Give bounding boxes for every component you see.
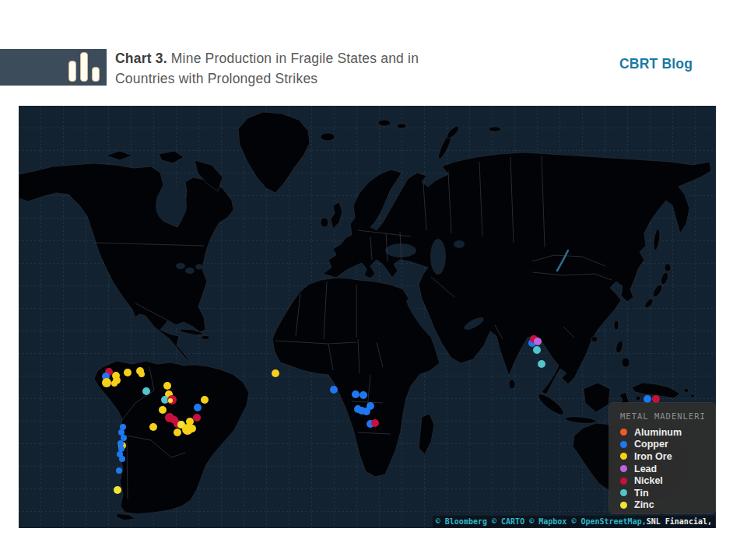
legend-item-aluminum: Aluminum — [620, 426, 715, 439]
mine-marker-copper[interactable] — [359, 391, 367, 399]
aluminum-swatch-icon — [620, 429, 627, 436]
mine-marker-copper[interactable] — [352, 390, 359, 398]
attribution-link[interactable]: © Mapbox — [529, 517, 571, 526]
mine-marker-iron_ore[interactable] — [201, 396, 209, 404]
mine-marker-iron_ore[interactable] — [102, 378, 111, 387]
mine-marker-iron_ore[interactable] — [149, 423, 157, 431]
mine-marker-zinc[interactable] — [114, 486, 121, 494]
legend-label: Lead — [634, 464, 657, 474]
world-map[interactable]: METAL MADENLERI AluminumCopperIron OreLe… — [19, 106, 716, 528]
legend-item-copper: Copper — [620, 439, 715, 451]
map-legend: METAL MADENLERI AluminumCopperIron OreLe… — [609, 403, 715, 513]
mine-marker-copper[interactable] — [120, 424, 126, 430]
mine-marker-nickel[interactable] — [371, 419, 379, 427]
mine-marker-copper[interactable] — [119, 456, 125, 462]
tin-swatch-icon — [620, 489, 627, 496]
mine-marker-copper[interactable] — [644, 395, 651, 403]
mine-marker-copper[interactable] — [363, 408, 370, 415]
chart-number-label: Chart 3. — [115, 51, 167, 66]
mine-marker-copper[interactable] — [121, 435, 127, 441]
legend-item-lead: Lead — [620, 463, 715, 475]
mine-marker-zinc[interactable] — [168, 398, 173, 403]
legend-item-zinc: Zinc — [620, 499, 715, 512]
mine-marker-copper[interactable] — [117, 440, 124, 446]
mine-marker-tin[interactable] — [142, 387, 150, 395]
legend-label: Iron Ore — [634, 451, 672, 462]
attribution-link[interactable]: © CARTO — [492, 517, 529, 526]
mine-marker-copper[interactable] — [118, 429, 124, 436]
mine-marker-nickel[interactable] — [193, 414, 201, 422]
mine-marker-copper[interactable] — [330, 386, 338, 394]
cbrt-blog-link[interactable]: CBRT Blog — [619, 56, 721, 72]
title-line2: Countries with Prolonged Strikes — [115, 71, 317, 86]
bar-chart-icon — [68, 52, 100, 82]
mine-marker-copper[interactable] — [194, 404, 202, 411]
mine-marker-iron_ore[interactable] — [159, 406, 167, 414]
legend-item-tin: Tin — [620, 487, 715, 499]
mine-marker-tin[interactable] — [533, 346, 541, 354]
nickel-swatch-icon — [620, 478, 627, 485]
legend-item-nickel: Nickel — [620, 474, 715, 487]
legend-label: Nickel — [634, 475, 663, 486]
attribution-link[interactable]: © Bloomberg — [436, 517, 492, 526]
lead-swatch-icon — [620, 465, 627, 472]
title-line1: Mine Production in Fragile States and in — [171, 51, 419, 66]
mine-marker-copper[interactable] — [118, 446, 124, 452]
legend-label: Aluminum — [634, 427, 682, 438]
mine-marker-lead[interactable] — [534, 338, 542, 345]
copper-swatch-icon — [620, 441, 627, 448]
mine-marker-nickel[interactable] — [652, 395, 660, 403]
iron_ore-swatch-icon — [620, 453, 627, 460]
mine-marker-copper[interactable] — [116, 467, 122, 474]
zinc-swatch-icon — [620, 502, 627, 509]
legend-title: METAL MADENLERI — [620, 411, 715, 421]
legend-item-iron_ore: Iron Ore — [620, 450, 715, 463]
attribution-text: SNL Financial, — [647, 517, 712, 526]
mine-marker-iron_ore[interactable] — [163, 382, 171, 390]
legend-label: Tin — [634, 488, 649, 499]
legend-label: Zinc — [634, 499, 654, 510]
attribution-link[interactable]: © OpenStreetMap, — [571, 517, 646, 526]
mine-marker-tin[interactable] — [538, 360, 545, 368]
mine-marker-iron_ore[interactable] — [174, 429, 181, 436]
mine-marker-iron_ore[interactable] — [124, 369, 132, 376]
mine-marker-iron_ore[interactable] — [111, 380, 117, 387]
mine-marker-iron_ore[interactable] — [188, 425, 196, 432]
mine-marker-iron_ore[interactable] — [139, 371, 145, 377]
header-logo-block — [0, 49, 107, 86]
legend-label: Copper — [634, 439, 668, 450]
page-title: Chart 3. Mine Production in Fragile Stat… — [115, 48, 535, 89]
map-attribution-bar: © Bloomberg © CARTO © Mapbox © OpenStree… — [433, 516, 715, 527]
mine-marker-iron_ore[interactable] — [272, 369, 279, 377]
